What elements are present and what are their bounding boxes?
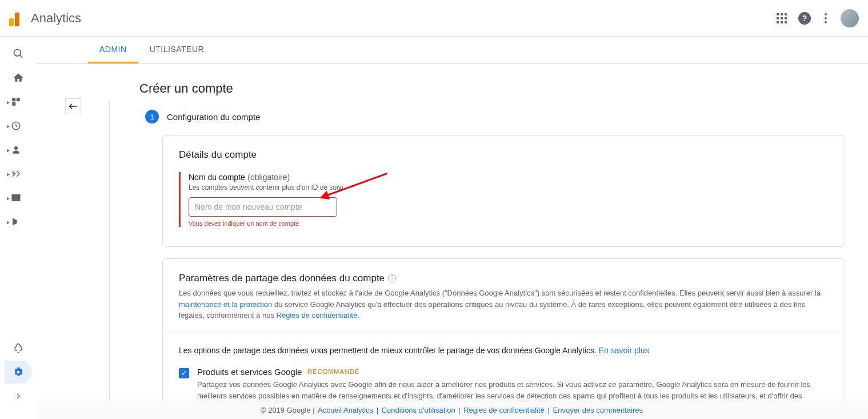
account-name-sublabel: Les comptes peuvent contenir plus d'un I… bbox=[189, 183, 829, 191]
analytics-logo-icon bbox=[9, 10, 25, 26]
footer-privacy-link[interactable]: Règles de confidentialité bbox=[463, 406, 545, 414]
admin-gear-icon[interactable] bbox=[5, 361, 32, 384]
tab-user[interactable]: UTILISATEUR bbox=[138, 37, 215, 63]
admin-tabs: ADMIN UTILISATEUR bbox=[37, 37, 868, 64]
discover-icon[interactable] bbox=[5, 337, 32, 360]
step-1-header: 1 Configuration du compte bbox=[145, 110, 845, 123]
audience-icon[interactable]: ▸ bbox=[2, 138, 34, 161]
back-button[interactable] bbox=[65, 98, 81, 114]
apps-grid-icon[interactable] bbox=[777, 13, 787, 23]
left-sidebar: ▸ ▸ ▸ ▸ ▸ ▸ bbox=[0, 37, 37, 419]
user-avatar[interactable] bbox=[841, 9, 859, 27]
stepper-line bbox=[109, 101, 110, 419]
required-hint: (obligatoire) bbox=[247, 173, 290, 182]
svg-rect-8 bbox=[12, 194, 21, 195]
customization-icon[interactable]: ▸ bbox=[2, 90, 34, 113]
app-header: Analytics ? bbox=[0, 0, 868, 37]
realtime-icon[interactable]: ▸ bbox=[2, 114, 34, 137]
learn-more-link[interactable]: En savoir plus bbox=[599, 346, 649, 355]
more-vert-icon[interactable] bbox=[822, 11, 829, 26]
search-icon[interactable] bbox=[5, 42, 32, 65]
page-footer: © 2019 Google | Accueil Analytics | Cond… bbox=[37, 401, 868, 419]
footer-terms-link[interactable]: Conditions d'utilisation bbox=[382, 406, 455, 414]
product-name: Analytics bbox=[31, 11, 81, 26]
footer-feedback-link[interactable]: Envoyer des commentaires bbox=[553, 406, 643, 414]
checkbox-title: Produits et services Google bbox=[197, 367, 302, 377]
sharing-description: Les données que vous recueillez, traitez… bbox=[179, 288, 829, 321]
home-icon[interactable] bbox=[5, 66, 32, 89]
recommended-badge: RECOMMANDÉ bbox=[307, 368, 359, 375]
page-title: Créer un compte bbox=[139, 81, 845, 96]
svg-point-6 bbox=[14, 146, 18, 150]
svg-rect-7 bbox=[12, 195, 21, 202]
help-icon[interactable]: ? bbox=[798, 12, 811, 25]
account-name-error: Vous devez indiquer un nom de compte bbox=[189, 220, 829, 227]
data-sharing-card: Paramètres de partage des données du com… bbox=[162, 258, 845, 419]
logo[interactable]: Analytics bbox=[9, 10, 81, 26]
step-label: Configuration du compte bbox=[167, 112, 260, 122]
behavior-icon[interactable]: ▸ bbox=[2, 186, 34, 209]
footer-home-link[interactable]: Accueil Analytics bbox=[318, 406, 373, 414]
svg-rect-3 bbox=[17, 98, 20, 101]
tab-admin[interactable]: ADMIN bbox=[88, 37, 138, 63]
svg-line-1 bbox=[20, 55, 23, 58]
google-products-checkbox[interactable]: ✓ bbox=[179, 368, 189, 378]
help-circle-icon[interactable]: ? bbox=[388, 274, 396, 282]
sharing-options-intro: Les options de partage des données vous … bbox=[179, 345, 829, 357]
privacy-link[interactable]: Règles de confidentialité bbox=[277, 311, 358, 320]
conversions-icon[interactable]: ▸ bbox=[2, 210, 34, 233]
svg-rect-4 bbox=[12, 102, 15, 106]
svg-point-0 bbox=[14, 50, 21, 57]
account-details-card: Détails du compte Nom du compte (obligat… bbox=[162, 135, 845, 247]
account-name-input[interactable] bbox=[189, 197, 337, 217]
sharing-title: Paramètres de partage des données du com… bbox=[179, 273, 385, 284]
card-title: Détails du compte bbox=[179, 149, 829, 161]
step-number: 1 bbox=[145, 110, 159, 123]
collapse-icon[interactable] bbox=[5, 385, 32, 408]
acquisition-icon[interactable]: ▸ bbox=[2, 162, 34, 185]
account-name-label: Nom du compte bbox=[189, 173, 245, 182]
svg-rect-2 bbox=[12, 98, 15, 101]
